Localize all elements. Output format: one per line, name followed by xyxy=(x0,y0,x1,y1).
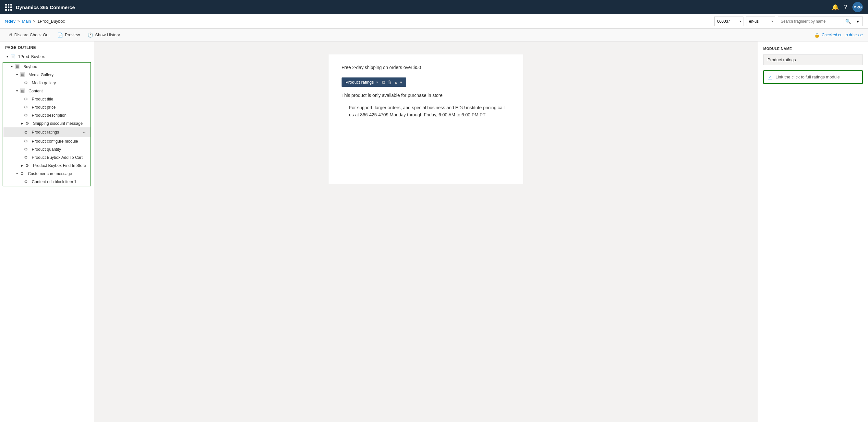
tree-product-find-in-store[interactable]: ▶ ⚙ Product Buybox Find In Store xyxy=(3,161,91,169)
product-price-label: Product price xyxy=(32,105,88,109)
preview-label: Preview xyxy=(65,32,80,37)
tree-customer-care[interactable]: ▾ ⚙ Customer care message xyxy=(3,169,91,177)
tree-product-description[interactable]: ⚙ Product description xyxy=(3,111,91,119)
discard-checkout-button[interactable]: ↺ Discard Check Out xyxy=(5,31,53,39)
content-label: Content xyxy=(29,89,88,93)
tree-media-gallery[interactable]: ▾ ▦ Media Gallery xyxy=(3,71,91,79)
content-chevron: ▾ xyxy=(15,89,19,93)
preview-button[interactable]: 📄 Preview xyxy=(54,31,83,39)
tree-product-title[interactable]: ⚙ Product title xyxy=(3,95,91,103)
notification-icon[interactable]: 🔔 xyxy=(832,4,839,11)
root-chevron: ▾ xyxy=(5,55,9,58)
customer-care-label: Customer care message xyxy=(28,171,88,176)
tree-product-configure[interactable]: ⚙ Product configure module xyxy=(3,137,91,145)
content-rich-gear: ⚙ xyxy=(24,179,28,184)
right-panel: MODULE NAME Product ratings ✓ Link the c… xyxy=(758,41,868,422)
product-ratings-gear: ⚙ xyxy=(24,130,28,135)
tree-content-rich-block[interactable]: ⚙ Content rich block item 1 xyxy=(3,177,91,186)
media-gallery-item-label: Media gallery xyxy=(32,81,88,85)
tree-buybox[interactable]: ▾ ▦ Buybox xyxy=(3,63,91,71)
config-item-label: Link the click to full ratings module xyxy=(776,74,840,80)
tree-root-item[interactable]: ▾ 📄 1Prod_Buybox xyxy=(0,53,94,61)
tree-media-gallery-item[interactable]: ⚙ Media gallery xyxy=(3,79,91,87)
module-name-header: MODULE NAME xyxy=(763,47,863,51)
sub-navigation: fedev > Main > 1Prod_Buybox 000037 ▾ en-… xyxy=(0,14,868,29)
customer-care-chevron: ▾ xyxy=(15,172,19,175)
breadcrumb-main[interactable]: Main xyxy=(22,19,31,24)
checkout-status: 🔒 Checked out to drbesse xyxy=(814,32,863,38)
locale-value: en-us xyxy=(749,19,759,24)
product-description-gear: ⚙ xyxy=(24,113,28,118)
ratings-toolbar-actions: ⧉ 🗑 ▲ ▾ xyxy=(382,79,402,85)
product-configure-gear: ⚙ xyxy=(24,139,28,143)
product-description-label: Product description xyxy=(32,113,88,118)
tree-content[interactable]: ▾ ▦ Content xyxy=(3,87,91,95)
find-in-store-chevron: ▶ xyxy=(20,164,24,167)
left-panel: Page Outline ▾ 📄 1Prod_Buybox ▾ ▦ Buybox… xyxy=(0,41,94,422)
checkout-status-text: Checked out to drbesse xyxy=(822,33,863,37)
breadcrumb-fedev[interactable]: fedev xyxy=(5,19,16,24)
app-grid-icon[interactable] xyxy=(5,4,12,11)
breadcrumb-current: 1Prod_Buybox xyxy=(37,19,65,24)
buybox-module-icon: ▦ xyxy=(15,64,20,69)
buybox-label: Buybox xyxy=(23,65,88,69)
product-quantity-label: Product quantity xyxy=(32,147,88,152)
move-down-icon[interactable]: ▾ xyxy=(400,80,402,85)
config-link-ratings[interactable]: ✓ Link the click to full ratings module xyxy=(763,70,863,84)
find-in-store-gear: ⚙ xyxy=(25,163,29,168)
main-layout: Page Outline ▾ 📄 1Prod_Buybox ▾ ▦ Buybox… xyxy=(0,41,868,422)
search-input[interactable] xyxy=(778,17,843,26)
ratings-toolbar-chevron[interactable]: ▾ xyxy=(376,80,378,84)
media-gallery-module-icon: ▦ xyxy=(20,72,25,77)
page-outline-header: Page Outline xyxy=(0,41,94,53)
search-button[interactable]: 🔍 xyxy=(843,17,853,26)
buybox-container: ▾ ▦ Buybox ▾ ▦ Media Gallery ⚙ Media gal… xyxy=(3,62,91,186)
delete-icon[interactable]: 🗑 xyxy=(387,80,392,85)
tree-product-add-to-cart[interactable]: ⚙ Product Buybox Add To Cart xyxy=(3,153,91,161)
locale-dropdown[interactable]: en-us ▾ xyxy=(746,17,775,26)
shipping-message: Free 2-day shipping on orders over $50 xyxy=(342,64,510,71)
shipping-discount-chevron: ▶ xyxy=(20,122,24,125)
product-price-gear: ⚙ xyxy=(24,105,28,109)
move-up-icon[interactable]: ▲ xyxy=(394,80,398,85)
top-nav-icons: 🔔 ? MRG xyxy=(832,2,863,12)
app-title: Dynamics 365 Commerce xyxy=(16,4,828,10)
root-label: 1Prod_Buybox xyxy=(18,55,91,59)
discard-label: Discard Check Out xyxy=(14,32,50,37)
top-navigation: Dynamics 365 Commerce 🔔 ? MRG xyxy=(0,0,868,14)
tree-shipping-discount[interactable]: ▶ ⚙ Shipping discount message xyxy=(3,119,91,127)
find-in-store-label: Product Buybox Find In Store xyxy=(33,163,88,168)
tree-product-price[interactable]: ⚙ Product price xyxy=(3,103,91,111)
store-code-dropdown[interactable]: 000037 ▾ xyxy=(714,17,743,26)
shipping-discount-gear: ⚙ xyxy=(25,121,29,126)
preview-icon: 📄 xyxy=(57,32,63,38)
show-history-button[interactable]: 🕐 Show History xyxy=(84,31,123,39)
store-code-chevron: ▾ xyxy=(740,20,741,23)
breadcrumb-sep-1: > xyxy=(18,19,20,24)
shipping-discount-label: Shipping discount message xyxy=(33,121,88,126)
product-title-gear: ⚙ xyxy=(24,97,28,101)
config-checkbox[interactable]: ✓ xyxy=(768,75,772,79)
search-dropdown-button[interactable]: ▾ xyxy=(853,17,863,26)
product-ratings-label: Product ratings xyxy=(32,130,80,134)
buybox-chevron: ▾ xyxy=(10,65,13,68)
media-gallery-chevron: ▾ xyxy=(15,73,19,76)
copy-icon[interactable]: ⧉ xyxy=(382,79,385,85)
canvas-content: Free 2-day shipping on orders over $50 P… xyxy=(329,55,523,184)
tree-product-ratings[interactable]: ⚙ Product ratings ··· xyxy=(3,127,91,137)
content-module-icon: ▦ xyxy=(20,89,25,93)
media-gallery-item-gear: ⚙ xyxy=(24,80,28,85)
product-add-label: Product Buybox Add To Cart xyxy=(32,155,88,160)
locale-chevron: ▾ xyxy=(771,20,773,23)
product-title-label: Product title xyxy=(32,97,88,101)
module-name-value: Product ratings xyxy=(763,55,863,65)
media-gallery-label: Media Gallery xyxy=(29,73,88,77)
history-icon: 🕐 xyxy=(88,32,93,38)
user-avatar[interactable]: MRG xyxy=(852,2,863,12)
center-canvas: Free 2-day shipping on orders over $50 P… xyxy=(94,41,758,422)
product-ratings-more[interactable]: ··· xyxy=(82,129,88,135)
product-quantity-gear: ⚙ xyxy=(24,147,28,152)
help-icon[interactable]: ? xyxy=(844,4,847,11)
product-configure-label: Product configure module xyxy=(32,139,88,143)
tree-product-quantity[interactable]: ⚙ Product quantity xyxy=(3,145,91,153)
